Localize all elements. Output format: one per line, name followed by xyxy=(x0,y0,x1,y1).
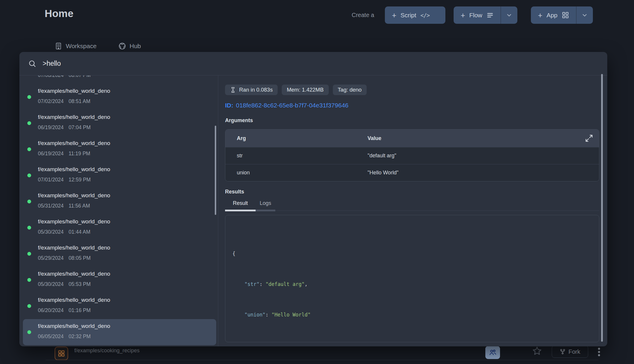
id-value-link[interactable]: 018fe862-8c62-65e8-b7f7-04e31f379646 xyxy=(236,102,348,109)
run-list-item[interactable]: f/examples/hello_world_deno 07/01/202412… xyxy=(23,162,216,188)
run-list-item[interactable]: f/examples/hello_world_deno 07/02/202408… xyxy=(23,84,216,110)
building-icon xyxy=(55,42,62,50)
command-palette: f/examples/hello_world_deno 07/08/202408… xyxy=(19,52,607,346)
run-list-item[interactable]: f/examples/hello_world_deno 05/29/202408… xyxy=(23,241,216,267)
plus-icon: + xyxy=(392,11,396,19)
plus-icon: + xyxy=(538,11,542,19)
detail-scrollbar[interactable] xyxy=(601,74,603,342)
tab-hub-label: Hub xyxy=(130,43,141,50)
shared-users-badge[interactable] xyxy=(485,346,500,359)
run-path: f/examples/hello_world_deno xyxy=(38,323,110,329)
run-list-item[interactable]: f/examples/hello_world_deno 05/30/202401… xyxy=(23,215,216,241)
arguments-table-header: Arg Value xyxy=(225,129,599,147)
fork-label: Fork xyxy=(568,348,580,355)
run-list-item[interactable]: f/examples/hello_world_deno 06/19/202407… xyxy=(23,110,216,136)
home-page: Home Create a + Script </> + Flow + App xyxy=(0,0,634,364)
run-date: 06/19/2024 xyxy=(38,151,64,156)
app-grid-icon xyxy=(562,11,569,19)
users-icon xyxy=(489,348,497,357)
create-flow-dropdown-button[interactable] xyxy=(501,6,517,24)
search-icon xyxy=(28,60,36,68)
run-list-item[interactable]: f/examples/hello_world_deno 05/31/202411… xyxy=(23,188,216,215)
run-date: 05/30/2024 xyxy=(38,281,64,287)
success-status-dot xyxy=(27,200,31,203)
run-path: f/examples/hello_world_deno xyxy=(38,88,110,94)
tab-workspace[interactable]: Workspace xyxy=(55,42,97,50)
tab-hub[interactable]: Hub xyxy=(118,42,141,50)
tag-badge: Tag: deno xyxy=(333,85,367,95)
run-time: 01:44 AM xyxy=(69,229,90,235)
arguments-title: Arguments xyxy=(225,117,607,124)
results-title: Results xyxy=(225,189,607,195)
run-date: 07/02/2024 xyxy=(38,98,64,104)
hourglass-icon xyxy=(230,87,236,93)
duration-badge: Ran in 0.083s xyxy=(225,85,278,95)
chevron-down-icon xyxy=(506,12,512,18)
table-row: union "Hello World" xyxy=(225,164,599,181)
arguments-table: Arg Value str "default arg" xyxy=(225,129,599,181)
run-date: 05/31/2024 xyxy=(38,203,64,209)
run-time: 07:04 PM xyxy=(69,124,91,130)
run-list-item[interactable]: f/examples/hello_world_deno 06/20/202401… xyxy=(23,293,216,319)
kebab-menu-icon[interactable] xyxy=(595,346,603,358)
run-date: 06/19/2024 xyxy=(38,124,64,130)
star-icon[interactable] xyxy=(532,346,542,356)
code-line: { xyxy=(232,250,599,257)
run-time: 08:05 PM xyxy=(69,255,91,261)
flow-lines-icon xyxy=(487,12,494,19)
run-list-item[interactable]: f/examples/hello_world_deno 05/30/202405… xyxy=(23,267,216,293)
results-tabs: Result Logs xyxy=(225,200,599,211)
run-time: 11:56 AM xyxy=(69,203,90,209)
success-status-dot xyxy=(27,304,31,308)
success-status-dot xyxy=(27,278,31,282)
fork-button[interactable]: Fork xyxy=(552,346,588,358)
tab-logs[interactable]: Logs xyxy=(256,200,275,211)
chevron-down-icon xyxy=(581,12,588,18)
run-path: f/examples/hello_world_deno xyxy=(38,218,110,225)
section-divider xyxy=(46,360,598,360)
create-app-button[interactable]: + App xyxy=(531,6,576,24)
run-list-item[interactable]: f/examples/hello_world_deno 06/19/202411… xyxy=(23,136,216,162)
code-line: "str": "default arg", xyxy=(232,280,599,288)
col-arg: Arg xyxy=(225,135,368,141)
page-title: Home xyxy=(45,8,73,19)
run-list-item[interactable]: f/examples/hello_world_deno 06/05/202402… xyxy=(23,319,216,345)
plus-icon: + xyxy=(461,11,465,19)
run-path: f/examples/hello_world_deno xyxy=(38,140,110,146)
run-date: 07/01/2024 xyxy=(38,177,64,183)
run-stats: Ran in 0.083s Mem: 1.422MB Tag: deno xyxy=(225,85,607,95)
run-list-item[interactable]: f/examples/hello_world_deno 07/08/202408… xyxy=(23,75,216,84)
create-flow-button[interactable]: + Flow xyxy=(454,6,501,24)
code-line: } xyxy=(232,341,599,342)
success-status-dot xyxy=(27,121,31,125)
tab-result[interactable]: Result xyxy=(225,200,256,211)
col-value: Value xyxy=(368,135,585,141)
run-date: 05/30/2024 xyxy=(38,229,64,235)
run-time: 02:32 PM xyxy=(69,333,91,339)
create-app-label: App xyxy=(546,12,557,19)
run-date: 06/05/2024 xyxy=(38,333,64,339)
create-app-dropdown-button[interactable] xyxy=(576,6,593,24)
run-path: f/examples/hello_world_deno xyxy=(38,166,110,173)
run-path: f/examples/hello_world_deno xyxy=(38,271,110,277)
success-status-dot xyxy=(27,226,31,230)
expand-icon[interactable] xyxy=(585,134,593,142)
code-line: "union": "Hello World" xyxy=(232,311,599,318)
success-status-dot xyxy=(27,147,31,151)
arg-name: union xyxy=(225,170,368,176)
run-date: 05/29/2024 xyxy=(38,255,64,261)
tab-workspace-label: Workspace xyxy=(66,43,97,50)
tabs-rule xyxy=(275,200,599,211)
arg-value: "Hello World" xyxy=(368,170,599,176)
table-row: str "default arg" xyxy=(225,147,599,164)
create-a-label: Create a xyxy=(352,12,374,18)
run-time: 11:19 PM xyxy=(69,151,90,156)
create-flow-label: Flow xyxy=(469,12,482,19)
run-list-scrollbar[interactable] xyxy=(215,126,216,215)
create-script-button[interactable]: + Script </> xyxy=(385,6,445,24)
arg-name: str xyxy=(225,153,368,159)
success-status-dot xyxy=(27,173,31,177)
run-path: f/examples/hello_world_deno xyxy=(38,297,110,303)
search-input[interactable] xyxy=(43,60,607,68)
globe-icon xyxy=(118,42,126,50)
